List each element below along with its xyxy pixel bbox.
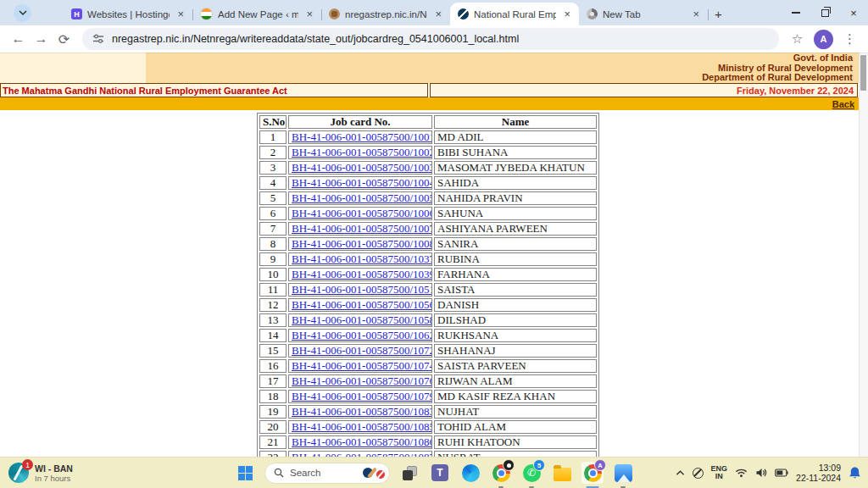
site-info-tune-icon[interactable] — [92, 34, 104, 44]
chrome-active-app-button[interactable]: A — [581, 462, 604, 484]
profile-avatar[interactable]: A — [814, 30, 833, 49]
jobcard-link[interactable]: BH-41-006-001-00587500/1039 — [292, 268, 432, 280]
tab-search-button[interactable] — [14, 4, 31, 22]
table-row: 7 BH-41-006-001-00587500/1007 ASHIYANA P… — [259, 222, 597, 236]
tab-nregastrep[interactable]: nregastrep.nic.in/Netnrega × — [321, 3, 450, 25]
jobcard-link[interactable]: BH-41-006-001-00587500/1001 — [292, 130, 432, 143]
jobcard-link[interactable]: BH-41-006-001-00587500/1072 — [292, 344, 432, 357]
page-scrollbar[interactable] — [859, 53, 868, 457]
table-row: 4 BH-41-006-001-00587500/1004 SAHIDA — [259, 176, 597, 190]
govt-line-1: Govt. of India — [702, 53, 853, 64]
jobcard-link[interactable]: BH-41-006-001-00587500/1062 — [292, 329, 432, 341]
window-controls: × — [782, 0, 868, 25]
tab-strip: H Websites | Hostinger × Add New Page ‹ … — [0, 0, 868, 25]
file-explorer-button[interactable] — [551, 462, 573, 484]
do-not-disturb-icon — [693, 468, 704, 479]
whatsapp-app-button[interactable]: ✆ 5 — [520, 462, 542, 484]
sno-cell: 10 — [259, 268, 287, 281]
taskbar-search[interactable]: Search — [264, 463, 390, 484]
battery-icon — [775, 469, 788, 477]
jobcard-link[interactable]: BH-41-006-001-00587500/1087 — [292, 451, 432, 457]
language-indicator[interactable]: ENG IN — [711, 465, 728, 481]
name-cell: RUBINA — [434, 252, 597, 266]
search-highlight-cricket-icon — [363, 465, 385, 480]
tab-close-icon[interactable]: × — [175, 8, 186, 20]
address-bar[interactable]: nregastrep.nic.in/Netnrega/writereaddata… — [82, 28, 779, 50]
tab-close-icon[interactable]: × — [690, 8, 702, 20]
table-row: 6 BH-41-006-001-00587500/1006 SAHUNA — [259, 207, 597, 220]
scrollbar-thumb[interactable] — [860, 55, 866, 91]
sno-cell: 12 — [259, 298, 287, 312]
jobcard-link[interactable]: BH-41-006-001-00587500/1051 — [292, 283, 432, 296]
battery-button[interactable] — [775, 469, 788, 477]
chrome-app-button[interactable] — [490, 462, 512, 484]
name-cell: SANIRA — [434, 237, 597, 251]
tab-hostinger[interactable]: H Websites | Hostinger × — [64, 3, 192, 25]
jobcard-link[interactable]: BH-41-006-001-00587500/1008 — [292, 237, 432, 250]
jobcard-link[interactable]: BH-41-006-001-00587500/1076 — [292, 374, 432, 387]
tab-close-icon[interactable]: × — [303, 8, 315, 20]
sno-cell: 20 — [259, 420, 287, 434]
header-name: Name — [434, 115, 597, 129]
restore-button[interactable] — [810, 0, 839, 25]
jobcard-table: S.No Job card No. Name 1 BH-41-006-001-0… — [257, 113, 599, 457]
jobcard-table-body: 1 BH-41-006-001-00587500/1001 MD ADIL 2 … — [259, 130, 597, 457]
jobcard-link[interactable]: BH-41-006-001-00587500/1002 — [292, 146, 432, 158]
name-cell: SAISTA PARVEEN — [434, 359, 597, 373]
act-title-row: The Mahatma Gandhi National Rural Employ… — [0, 83, 868, 97]
bookmark-star-button[interactable]: ☆ — [786, 28, 809, 51]
jobcard-link[interactable]: BH-41-006-001-00587500/1037 — [292, 252, 432, 265]
jobcard-link[interactable]: BH-41-006-001-00587500/1079 — [292, 390, 432, 402]
jobcard-link[interactable]: BH-41-006-001-00587500/1004 — [292, 176, 432, 189]
table-row: 18 BH-41-006-001-00587500/1079 MD KASIF … — [259, 390, 597, 403]
jobcard-link[interactable]: BH-41-006-001-00587500/1006 — [292, 207, 432, 219]
jobcard-link[interactable]: BH-41-006-001-00587500/1005 — [292, 191, 432, 204]
back-link[interactable]: Back — [832, 99, 854, 109]
tab-title: Add New Page ‹ mgnregajo — [218, 9, 298, 19]
url-text[interactable]: nregastrep.nic.in/Netnrega/writereaddata… — [112, 33, 519, 45]
do-not-disturb-button[interactable] — [693, 468, 704, 479]
browser-menu-button[interactable]: ⋮ — [838, 28, 861, 51]
task-view-button[interactable] — [398, 462, 420, 484]
jobcard-link[interactable]: BH-41-006-001-00587500/1085 — [292, 420, 432, 433]
chevron-up-icon — [676, 469, 685, 476]
wifi-button[interactable] — [735, 468, 748, 478]
tab-close-icon[interactable]: × — [432, 8, 444, 20]
table-row: 22 BH-41-006-001-00587500/1087 NUSRAT — [259, 451, 597, 457]
table-row: 21 BH-41-006-001-00587500/1086 RUHI KHAT… — [259, 435, 597, 449]
start-button[interactable] — [234, 462, 256, 484]
tab-new-tab[interactable]: New Tab × — [579, 3, 708, 25]
new-tab-button[interactable]: + — [715, 8, 722, 20]
notifications-button[interactable] — [849, 466, 861, 480]
table-row: 17 BH-41-006-001-00587500/1076 RIJWAN AL… — [259, 374, 597, 388]
jobcard-link[interactable]: BH-41-006-001-00587500/1007 — [292, 222, 432, 235]
sno-cell: 1 — [259, 130, 287, 144]
jobcard-link[interactable]: BH-41-006-001-00587500/1058 — [292, 313, 432, 326]
close-button[interactable]: × — [839, 0, 868, 25]
weather-sports-widget[interactable]: 1 WI - BAN In 7 hours — [8, 458, 73, 488]
edge-app-button[interactable] — [459, 462, 481, 484]
name-cell: RUKHSANA — [434, 329, 597, 342]
clock[interactable]: 13:09 22-11-2024 — [796, 463, 841, 483]
jobcard-link[interactable]: BH-41-006-001-00587500/1086 — [292, 435, 432, 448]
forward-button[interactable]: → — [30, 28, 53, 51]
sno-cell: 7 — [259, 222, 287, 236]
volume-button[interactable] — [755, 468, 767, 478]
jobcard-link[interactable]: BH-41-006-001-00587500/1056 — [292, 298, 432, 311]
jobcard-link[interactable]: BH-41-006-001-00587500/1083 — [292, 405, 432, 418]
tab-close-icon[interactable]: × — [561, 8, 573, 20]
tab-add-new-page[interactable]: Add New Page ‹ mgnregajo × — [192, 3, 321, 25]
jobcard-link[interactable]: BH-41-006-001-00587500/1074 — [292, 359, 432, 372]
windows-logo-icon — [238, 466, 253, 480]
back-button[interactable]: ← — [7, 28, 30, 51]
photos-app-button[interactable] — [612, 462, 634, 484]
reload-button[interactable]: ⟳ — [53, 28, 75, 51]
minimize-button[interactable] — [782, 0, 810, 25]
table-row: 16 BH-41-006-001-00587500/1074 SAISTA PA… — [259, 359, 597, 373]
table-header-row: S.No Job card No. Name — [259, 115, 597, 129]
tab-national-rural-employment-active[interactable]: National Rural Employemen × — [450, 3, 579, 25]
jobcard-link[interactable]: BH-41-006-001-00587500/1003 — [292, 161, 432, 174]
teams-app-button[interactable]: T — [429, 462, 451, 484]
sno-cell: 3 — [259, 161, 287, 175]
tray-chevron-button[interactable] — [676, 469, 685, 476]
